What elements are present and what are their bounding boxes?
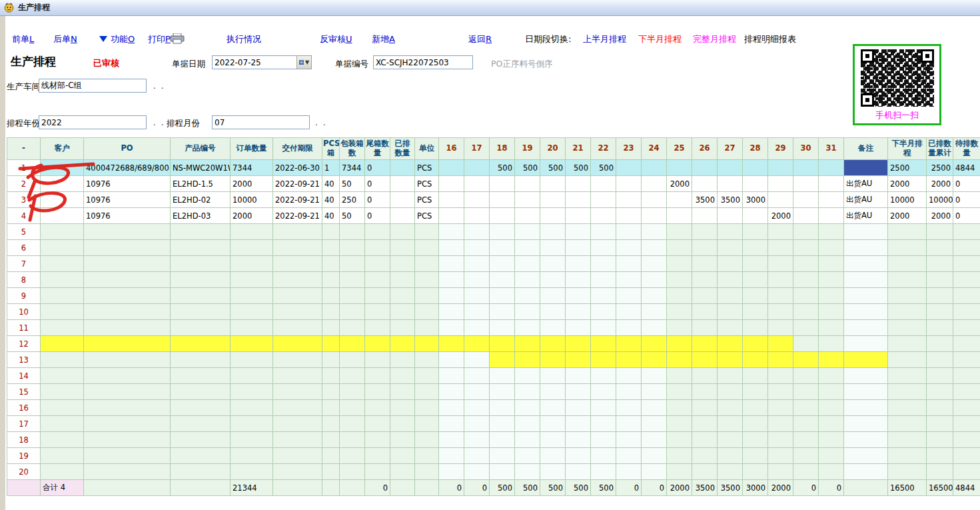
cell-scheduled-qty[interactable]	[390, 288, 415, 304]
cell-box-qty[interactable]	[340, 320, 365, 336]
cell-second-half[interactable]: 2000	[888, 176, 927, 192]
cell-product[interactable]	[171, 288, 231, 304]
cell-scheduled-qty[interactable]	[390, 224, 415, 240]
cell-day-23[interactable]	[616, 224, 642, 240]
year-input[interactable]: 2022	[39, 115, 147, 129]
cell-remark[interactable]	[844, 368, 888, 384]
cell-rownum[interactable]: 20	[7, 464, 41, 480]
cell-day-22[interactable]: 500	[591, 160, 616, 176]
cell-cumulative[interactable]	[927, 384, 953, 400]
cell-scheduled-qty[interactable]	[390, 336, 415, 352]
cell-second-half[interactable]	[888, 272, 927, 288]
cell-product[interactable]	[171, 448, 231, 464]
cell-cumulative[interactable]	[927, 224, 953, 240]
cell-day-16[interactable]	[439, 464, 464, 480]
cell-product[interactable]	[171, 400, 231, 416]
cell-day-16[interactable]	[439, 320, 464, 336]
menu-next-doc[interactable]: 后单N	[53, 33, 77, 45]
cell-customer[interactable]	[41, 272, 84, 288]
cell-due-date[interactable]	[273, 272, 322, 288]
cell-day-18[interactable]	[490, 272, 515, 288]
cell-day-20[interactable]	[540, 304, 566, 320]
cell-second-half[interactable]	[888, 400, 927, 416]
cell-day-28[interactable]	[743, 320, 768, 336]
cell-po[interactable]	[84, 368, 171, 384]
cell-po[interactable]	[84, 384, 171, 400]
cell-scheduled-qty[interactable]	[390, 352, 415, 368]
cell-day-16[interactable]	[439, 192, 464, 208]
cell-day-29[interactable]	[768, 320, 793, 336]
cell-second-half[interactable]	[888, 384, 927, 400]
cell-remark[interactable]	[844, 352, 888, 368]
cell-day-20[interactable]	[540, 240, 566, 256]
cell-day-24[interactable]	[642, 240, 667, 256]
cell-second-half[interactable]	[888, 304, 927, 320]
cell-cumulative[interactable]	[927, 416, 953, 432]
cell-po[interactable]: 4000472688/689/800	[84, 160, 171, 176]
cell-day-24[interactable]	[642, 176, 667, 192]
cell-day-29[interactable]	[768, 160, 793, 176]
cell-order-qty[interactable]	[231, 256, 273, 272]
cell-due-date[interactable]	[273, 288, 322, 304]
cell-day-24[interactable]	[642, 336, 667, 352]
cell-day-17[interactable]	[464, 432, 490, 448]
cell-day-22[interactable]	[591, 304, 616, 320]
cell-day-31[interactable]	[819, 224, 844, 240]
cell-second-half[interactable]: 2000	[888, 208, 927, 224]
period-full-month[interactable]: 完整月排程	[693, 33, 736, 45]
cell-unit[interactable]	[415, 288, 439, 304]
cell-day-17[interactable]	[464, 336, 490, 352]
cell-day-16[interactable]	[439, 352, 464, 368]
cell-day-19[interactable]	[515, 432, 540, 448]
cell-day-23[interactable]	[616, 256, 642, 272]
cell-rownum[interactable]: 11	[7, 320, 41, 336]
cell-day-24[interactable]	[642, 256, 667, 272]
cell-tail-box-qty[interactable]: 0	[365, 160, 390, 176]
cell-product[interactable]: NS-MWC20W1W	[171, 160, 231, 176]
cell-pending[interactable]	[953, 464, 980, 480]
cell-day-22[interactable]	[591, 288, 616, 304]
cell-day-16[interactable]	[439, 176, 464, 192]
cell-day-27[interactable]	[718, 224, 743, 240]
cell-product[interactable]	[171, 352, 231, 368]
cell-day-19[interactable]	[515, 352, 540, 368]
cell-day-27[interactable]	[718, 288, 743, 304]
cell-rownum[interactable]: 15	[7, 384, 41, 400]
cell-po[interactable]	[84, 400, 171, 416]
cell-scheduled-qty[interactable]	[390, 432, 415, 448]
cell-day-25[interactable]	[667, 256, 692, 272]
cell-day-16[interactable]	[439, 160, 464, 176]
cell-day-24[interactable]	[642, 288, 667, 304]
cell-day-20[interactable]	[540, 336, 566, 352]
cell-pcs-per-box[interactable]	[322, 368, 340, 384]
cell-due-date[interactable]	[273, 448, 322, 464]
cell-box-qty[interactable]	[340, 224, 365, 240]
cell-po[interactable]	[84, 416, 171, 432]
cell-tail-box-qty[interactable]: 0	[365, 192, 390, 208]
cell-day-19[interactable]	[515, 288, 540, 304]
cell-day-25[interactable]	[667, 272, 692, 288]
month-input[interactable]: 07	[212, 115, 310, 129]
cell-day-27[interactable]	[718, 416, 743, 432]
cell-second-half[interactable]	[888, 240, 927, 256]
cell-day-19[interactable]	[515, 464, 540, 480]
cell-day-29[interactable]	[768, 192, 793, 208]
cell-day-20[interactable]	[540, 256, 566, 272]
cell-box-qty[interactable]	[340, 336, 365, 352]
cell-po[interactable]	[84, 272, 171, 288]
cell-customer[interactable]	[41, 288, 84, 304]
cell-tail-box-qty[interactable]	[365, 256, 390, 272]
cell-due-date[interactable]	[273, 432, 322, 448]
cell-customer[interactable]	[41, 336, 84, 352]
cell-due-date[interactable]	[273, 336, 322, 352]
cell-day-24[interactable]	[642, 192, 667, 208]
cell-remark[interactable]	[844, 384, 888, 400]
menu-prev-doc[interactable]: 前单L	[12, 33, 34, 45]
cell-day-20[interactable]	[540, 448, 566, 464]
cell-order-qty[interactable]	[231, 368, 273, 384]
cell-due-date[interactable]	[273, 352, 322, 368]
cell-day-21[interactable]	[566, 464, 591, 480]
cell-day-30[interactable]	[793, 368, 819, 384]
cell-rownum[interactable]: 14	[7, 368, 41, 384]
cell-day-28[interactable]	[743, 352, 768, 368]
